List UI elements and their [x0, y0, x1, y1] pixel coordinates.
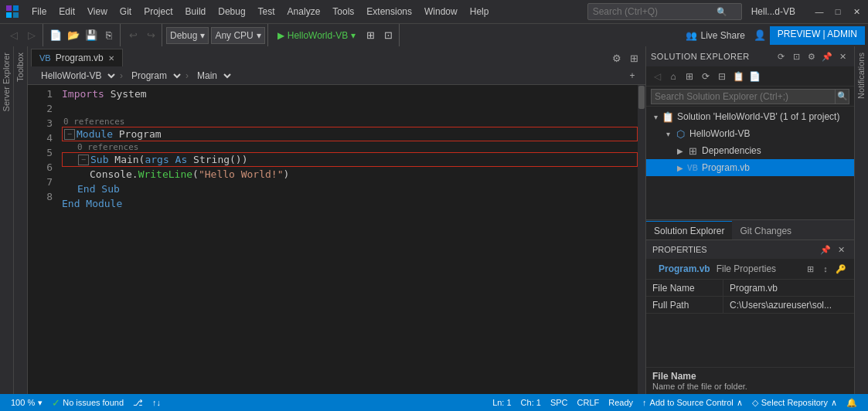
platform-dropdown[interactable]: Any CPU ▾ [211, 27, 264, 44]
se-search-icon[interactable]: 🔍 [836, 89, 849, 104]
new-file-button[interactable]: 📄 [47, 27, 64, 44]
redo-button[interactable]: ↪ [142, 27, 159, 44]
save-all-button[interactable]: ⎘ [100, 27, 117, 44]
se-home-button[interactable]: ⌂ [665, 69, 681, 84]
se-back-button[interactable]: ◁ [649, 69, 665, 84]
svg-rect-3 [13, 12, 19, 18]
open-file-button[interactable]: 📂 [65, 27, 82, 44]
menu-analyze[interactable]: Analyze [282, 4, 326, 19]
tab-close-icon[interactable]: ✕ [108, 54, 114, 63]
notifications-label[interactable]: Notifications [855, 46, 868, 105]
menu-extensions[interactable]: Extensions [361, 4, 417, 19]
status-git[interactable]: ⎇ [128, 394, 148, 411]
tree-item-solution[interactable]: ▾ 📋 Solution 'HelloWorld-VB' (1 of 1 pro… [646, 108, 854, 125]
se-open-file-button[interactable]: 📄 [747, 69, 762, 84]
menu-debug[interactable]: Debug [213, 4, 250, 19]
se-settings-button[interactable]: ⚙ [805, 49, 819, 63]
server-explorer-label[interactable]: Server Explorer [0, 46, 13, 117]
preview-button[interactable]: PREVIEW | ADMIN [770, 26, 865, 45]
collapse-module-button[interactable]: − [64, 129, 75, 140]
status-git-extra[interactable]: ↑↓ [148, 394, 165, 411]
code-editor[interactable]: Imports System 0 references − Module Pro… [59, 85, 638, 394]
close-button[interactable]: ✕ [848, 3, 865, 20]
status-issues[interactable]: ✓ No issues found [47, 394, 128, 411]
tree-item-programvb[interactable]: ▶ VB Program.vb [646, 159, 854, 176]
menu-file[interactable]: File [26, 4, 52, 19]
se-close-panel-button[interactable]: ✕ [836, 49, 849, 63]
git-branch-icon: ⎇ [133, 398, 143, 408]
status-spc[interactable]: SPC [546, 398, 573, 407]
prop-key-filename: File Name [646, 280, 723, 296]
menu-build[interactable]: Build [180, 4, 212, 19]
tree-item-dependencies[interactable]: ▶ ⊞ Dependencies [646, 142, 854, 159]
prop-panel-toolbar: 📌 ✕ [819, 243, 848, 256]
se-pin-button[interactable]: 📌 [820, 49, 834, 63]
prop-close-button[interactable]: ✕ [834, 243, 848, 256]
status-ch[interactable]: Ch: 1 [516, 398, 546, 407]
toolbox-label[interactable]: Toolbox [14, 46, 27, 88]
status-notifications[interactable]: 🔔 [842, 398, 862, 408]
breadcrumb-add-button[interactable]: + [625, 69, 639, 83]
menu-view[interactable]: View [82, 4, 113, 19]
vb-file-icon: VB [39, 53, 51, 63]
account-button[interactable]: 👤 [751, 27, 768, 44]
attach-button[interactable]: ⊞ [362, 27, 379, 44]
breadcrumb-member-select[interactable]: Main [190, 68, 234, 83]
scrollbar-thumb[interactable] [638, 86, 645, 109]
maximize-button[interactable]: □ [829, 3, 846, 20]
undo-button[interactable]: ↩ [124, 27, 141, 44]
menu-help[interactable]: Help [465, 4, 495, 19]
se-refresh-button[interactable]: ⟳ [698, 69, 713, 84]
se-filter-button[interactable]: ⊡ [789, 49, 803, 63]
collapse-sub-button[interactable]: − [78, 155, 89, 165]
menu-window[interactable]: Window [419, 4, 463, 19]
split-editor-button[interactable]: ⊞ [625, 49, 642, 66]
breadcrumb-file-select[interactable]: Program [124, 68, 184, 83]
tree-item-dependencies-label: Dependencies [702, 145, 761, 156]
tree-item-project[interactable]: ▾ ⬡ HelloWorld-VB [646, 125, 854, 142]
status-add-source[interactable]: ↑ Add to Source Control ∧ [638, 398, 747, 408]
menu-test[interactable]: Test [253, 4, 281, 19]
back-button[interactable]: ◁ [5, 27, 22, 44]
status-ln[interactable]: Ln: 1 [488, 398, 516, 407]
check-icon: ✓ [52, 397, 60, 409]
prop-pin-button[interactable]: 📌 [819, 243, 832, 256]
se-toolbar: ◁ ⌂ ⊞ ⟳ ⊟ 📋 📄 [646, 66, 854, 87]
toolbar-extra-button[interactable]: ⊡ [380, 27, 397, 44]
menu-tools[interactable]: Tools [327, 4, 359, 19]
save-button[interactable]: 💾 [83, 27, 100, 44]
forward-button[interactable]: ▷ [23, 27, 40, 44]
minimize-button[interactable]: — [811, 3, 828, 20]
breadcrumb-project-select[interactable]: HelloWorld-VB [34, 68, 118, 83]
prop-alphabetical-button[interactable]: ↕ [819, 262, 832, 276]
se-search-input[interactable] [651, 89, 836, 104]
menu-project[interactable]: Project [138, 4, 178, 19]
global-search-box[interactable]: 🔍 [587, 3, 742, 20]
global-search-input[interactable] [593, 6, 717, 17]
liveshare-icon: 👥 [686, 30, 697, 41]
tab-git-changes[interactable]: Git Changes [732, 221, 799, 239]
status-zoom[interactable]: 100 % ▾ [6, 394, 47, 411]
se-collapse-button[interactable]: ⊟ [714, 69, 730, 84]
se-show-all-button[interactable]: 📋 [730, 69, 746, 84]
editor-tab-program[interactable]: VB Program.vb ✕ [31, 49, 123, 66]
play-icon: ▶ [277, 30, 284, 41]
prop-row-fullpath: Full Path C:\Users\azureuser\sol... [646, 297, 854, 314]
select-repo-chevron: ∧ [831, 398, 837, 408]
config-dropdown[interactable]: Debug ▾ [166, 27, 209, 44]
status-select-repo[interactable]: ◇ Select Repository ∧ [747, 398, 842, 408]
editor-scrollbar[interactable] [638, 85, 645, 394]
prop-categories-button[interactable]: ⊞ [803, 262, 817, 276]
se-sync-button[interactable]: ⟳ [774, 49, 788, 63]
menu-git[interactable]: Git [114, 4, 137, 19]
menu-edit[interactable]: Edit [53, 4, 80, 19]
run-button[interactable]: ▶ HelloWorld-VB ▾ [272, 28, 361, 43]
tab-solution-explorer[interactable]: Solution Explorer [646, 221, 732, 239]
se-properties-button[interactable]: ⊞ [682, 69, 697, 84]
code-line-5: Console.WriteLine("Hello World!") [62, 167, 638, 182]
status-ready: Ready [604, 398, 638, 407]
liveshare-button[interactable]: 👥 Live Share [681, 29, 749, 42]
prop-pages-button[interactable]: 🔑 [834, 262, 848, 276]
status-crlf[interactable]: CRLF [573, 398, 604, 407]
tab-settings-icon[interactable]: ⚙ [608, 49, 625, 66]
